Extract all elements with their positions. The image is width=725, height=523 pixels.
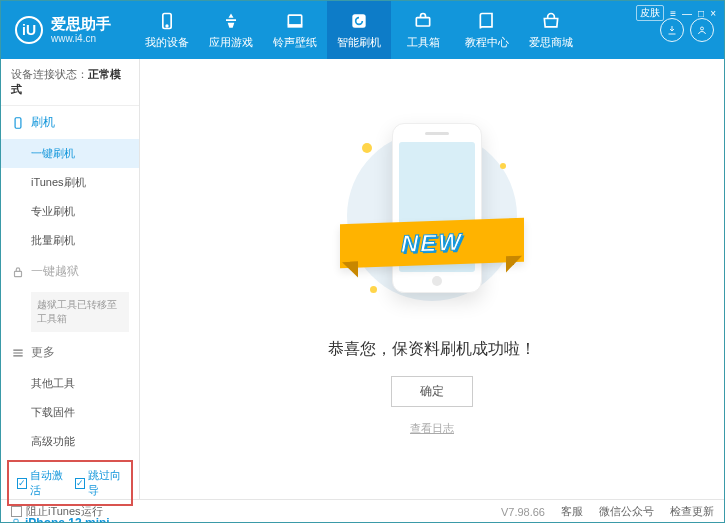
svg-rect-3 [352,14,365,27]
toolbox-icon [413,11,433,31]
checkbox-row-highlighted: ✓ 自动激活 ✓ 跳过向导 [7,460,133,506]
tab-label: 爱思商城 [529,35,573,50]
status-label: 设备连接状态： [11,68,88,80]
svg-rect-6 [15,117,21,128]
sidebar-item-pro-flash[interactable]: 专业刷机 [1,197,139,226]
download-icon [666,24,678,36]
view-log-link[interactable]: 查看日志 [410,421,454,436]
tab-label: 智能刷机 [337,35,381,50]
tab-tutorials[interactable]: 教程中心 [455,1,519,59]
check-update-link[interactable]: 检查更新 [670,504,714,519]
checkbox-auto-activate[interactable]: ✓ 自动激活 [17,468,65,498]
svg-rect-4 [416,17,429,25]
checkbox-icon [11,506,22,517]
app-name: 爱思助手 [51,16,111,33]
minimize-button[interactable]: — [682,8,692,19]
wallpaper-icon [285,11,305,31]
tab-ringtones[interactable]: 铃声壁纸 [263,1,327,59]
confirm-button[interactable]: 确定 [391,376,473,407]
svg-rect-7 [15,271,22,276]
tab-label: 应用游戏 [209,35,253,50]
lock-icon [11,265,25,279]
checkbox-label: 自动激活 [30,468,65,498]
close-button[interactable]: × [710,8,716,19]
tab-apps[interactable]: 应用游戏 [199,1,263,59]
flash-icon [349,11,369,31]
sidebar-header-label: 一键越狱 [31,263,79,280]
apps-icon [221,11,241,31]
checkbox-icon: ✓ [75,478,85,489]
jailbreak-note: 越狱工具已转移至工具箱 [31,292,129,332]
tab-toolbox[interactable]: 工具箱 [391,1,455,59]
ribbon-text: NEW [401,227,463,257]
store-icon [541,11,561,31]
sidebar-header-label: 刷机 [31,114,55,131]
sidebar-header-label: 更多 [31,344,55,361]
connection-status: 设备连接状态：正常模式 [1,59,139,106]
menu-button[interactable]: ≡ [670,8,676,19]
sidebar-header-jailbreak: 一键越狱 [1,255,139,288]
user-button[interactable] [690,18,714,42]
logo[interactable]: iU 爱思助手 www.i4.cn [15,16,135,44]
checkbox-icon: ✓ [17,478,27,489]
book-icon [477,11,497,31]
skin-button[interactable]: 皮肤 [636,5,664,21]
menu-icon [11,346,25,360]
sidebar-item-itunes-flash[interactable]: iTunes刷机 [1,168,139,197]
svg-rect-8 [14,519,18,523]
tab-label: 教程中心 [465,35,509,50]
phone-icon [11,116,25,130]
svg-point-1 [166,25,168,27]
tab-store[interactable]: 爱思商城 [519,1,583,59]
sidebar-header-more[interactable]: 更多 [1,336,139,369]
logo-icon: iU [15,16,43,44]
checkbox-label: 跳过向导 [88,468,123,498]
sidebar-item-advanced[interactable]: 高级功能 [1,427,139,456]
checkbox-block-itunes[interactable]: 阻止iTunes运行 [11,504,103,519]
wechat-link[interactable]: 微信公众号 [599,504,654,519]
success-illustration: NEW [352,123,512,323]
sidebar: 设备连接状态：正常模式 刷机 一键刷机 iTunes刷机 专业刷机 批量刷机 一… [1,59,140,499]
sidebar-item-one-key-flash[interactable]: 一键刷机 [1,139,139,168]
tab-label: 工具箱 [407,35,440,50]
header: iU 爱思助手 www.i4.cn 我的设备 应用游戏 铃声壁纸 智能刷机 工具… [1,1,724,59]
sidebar-header-flash[interactable]: 刷机 [1,106,139,139]
maximize-button[interactable]: □ [698,8,704,19]
checkbox-label: 阻止iTunes运行 [26,504,103,519]
tab-my-device[interactable]: 我的设备 [135,1,199,59]
sidebar-item-download-firmware[interactable]: 下载固件 [1,398,139,427]
app-url: www.i4.cn [51,33,111,44]
success-message: 恭喜您，保资料刷机成功啦！ [328,339,536,360]
top-tabs: 我的设备 应用游戏 铃声壁纸 智能刷机 工具箱 教程中心 爱思商城 [135,1,660,59]
main-content: NEW 恭喜您，保资料刷机成功啦！ 确定 查看日志 [140,59,724,499]
sidebar-item-batch-flash[interactable]: 批量刷机 [1,226,139,255]
tab-smart-flash[interactable]: 智能刷机 [327,1,391,59]
download-button[interactable] [660,18,684,42]
sidebar-item-other-tools[interactable]: 其他工具 [1,369,139,398]
tab-label: 铃声壁纸 [273,35,317,50]
tab-label: 我的设备 [145,35,189,50]
customer-service-link[interactable]: 客服 [561,504,583,519]
svg-point-5 [701,27,704,30]
phone-icon [157,11,177,31]
version-text: V7.98.66 [501,506,545,518]
svg-rect-2 [288,15,301,25]
checkbox-skip-wizard[interactable]: ✓ 跳过向导 [75,468,123,498]
user-icon [696,24,708,36]
